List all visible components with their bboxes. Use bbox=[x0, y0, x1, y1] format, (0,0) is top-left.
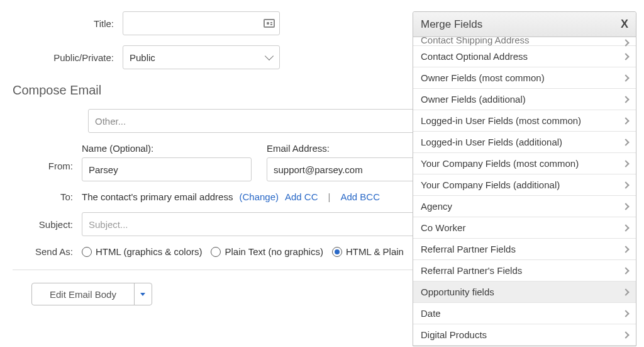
merge-field-item[interactable]: Your Company Fields (additional) bbox=[413, 174, 636, 196]
chevron-right-icon bbox=[622, 53, 629, 60]
name-optional-label: Name (Optional): bbox=[82, 143, 252, 154]
edit-email-body-label: Edit Email Body bbox=[32, 283, 134, 305]
merge-field-item[interactable]: Date bbox=[413, 303, 636, 324]
subject-input[interactable] bbox=[82, 212, 440, 236]
public-private-select[interactable]: Public bbox=[123, 45, 280, 69]
merge-field-item[interactable]: Opportunity fields bbox=[413, 282, 636, 303]
chevron-right-icon bbox=[622, 267, 629, 274]
chevron-right-icon bbox=[622, 288, 629, 295]
chevron-right-icon bbox=[622, 117, 629, 124]
merge-field-item[interactable]: Contact Optional Address bbox=[413, 46, 636, 67]
title-label: Title: bbox=[13, 18, 123, 29]
merge-field-label: Your Company Fields (additional) bbox=[421, 179, 560, 190]
sendas-both-radio[interactable]: HTML & Plain bbox=[332, 246, 404, 257]
merge-field-item[interactable]: Agency bbox=[413, 196, 636, 217]
chevron-right-icon bbox=[622, 181, 629, 188]
chevron-right-icon bbox=[622, 331, 629, 338]
merge-field-item[interactable]: Contact Shipping Address bbox=[413, 37, 636, 46]
merge-field-label: Contact Shipping Address bbox=[421, 37, 530, 45]
divider: | bbox=[325, 191, 335, 202]
merge-field-label: Co Worker bbox=[421, 222, 465, 233]
subject-label: Subject: bbox=[13, 219, 82, 230]
chevron-right-icon bbox=[622, 139, 629, 145]
add-cc-link[interactable]: Add CC bbox=[285, 191, 318, 202]
sendas-html-label: HTML (graphics & colors) bbox=[96, 246, 202, 257]
merge-field-label: Opportunity fields bbox=[421, 287, 494, 297]
email-address-label: Email Address: bbox=[267, 143, 436, 154]
chevron-right-icon bbox=[622, 246, 629, 253]
sendas-plain-label: Plain Text (no graphics) bbox=[225, 246, 323, 257]
merge-fields-panel: Merge Fields X Contact Shipping AddressC… bbox=[413, 11, 636, 346]
merge-field-label: Logged-in User Fields (additional) bbox=[421, 137, 562, 147]
chevron-right-icon bbox=[622, 203, 629, 210]
triangle-down-icon bbox=[140, 293, 145, 296]
from-name-input[interactable] bbox=[82, 157, 252, 181]
divider-line bbox=[13, 270, 440, 270]
sendas-plain-radio[interactable]: Plain Text (no graphics) bbox=[211, 246, 323, 257]
merge-field-label: Referral Partner's Fields bbox=[421, 265, 522, 276]
merge-fields-list: Contact Shipping AddressContact Optional… bbox=[413, 37, 636, 346]
chevron-right-icon bbox=[622, 74, 629, 81]
radio-icon bbox=[211, 247, 221, 257]
merge-field-label: Referral Partner Fields bbox=[421, 244, 516, 254]
sendas-both-label: HTML & Plain bbox=[346, 246, 404, 257]
radio-icon bbox=[332, 247, 342, 257]
merge-field-label: Digital Products bbox=[421, 329, 487, 340]
change-link[interactable]: (Change) bbox=[239, 191, 279, 202]
merge-field-item[interactable]: Digital Products bbox=[413, 324, 636, 346]
merge-field-item[interactable]: Owner Fields (most common) bbox=[413, 67, 636, 89]
merge-field-item[interactable]: Referral Partner Fields bbox=[413, 239, 636, 260]
merge-field-label: Owner Fields (additional) bbox=[421, 94, 526, 105]
merge-field-item[interactable]: Logged-in User Fields (additional) bbox=[413, 132, 636, 153]
merge-fields-title: Merge Fields bbox=[421, 18, 482, 31]
sendas-html-radio[interactable]: HTML (graphics & colors) bbox=[82, 246, 202, 257]
merge-field-item[interactable]: Your Company Fields (most common) bbox=[413, 153, 636, 174]
chevron-right-icon bbox=[622, 224, 629, 231]
sendas-label: Send As: bbox=[13, 246, 82, 257]
id-card-icon bbox=[264, 19, 275, 28]
merge-field-label: Contact Optional Address bbox=[421, 51, 528, 62]
merge-field-item[interactable]: Owner Fields (additional) bbox=[413, 89, 636, 110]
chevron-right-icon bbox=[622, 310, 629, 317]
add-bcc-link[interactable]: Add BCC bbox=[340, 191, 380, 202]
merge-field-item[interactable]: Co Worker bbox=[413, 217, 636, 239]
from-label: From: bbox=[13, 143, 82, 171]
from-email-input[interactable] bbox=[267, 157, 436, 181]
merge-field-label: Date bbox=[421, 308, 441, 319]
other-select[interactable]: Other... bbox=[88, 109, 440, 133]
title-input[interactable] bbox=[123, 11, 280, 35]
merge-field-item[interactable]: Logged-in User Fields (most common) bbox=[413, 110, 636, 132]
chevron-right-icon bbox=[622, 39, 629, 46]
compose-email-heading: Compose Email bbox=[13, 83, 440, 98]
public-private-value: Public bbox=[130, 52, 155, 63]
merge-fields-header: Merge Fields X bbox=[413, 12, 636, 37]
chevron-right-icon bbox=[622, 96, 629, 103]
to-value: The contact's primary email address bbox=[82, 191, 233, 202]
radio-icon bbox=[82, 247, 92, 257]
edit-email-body-dropdown[interactable] bbox=[134, 283, 152, 305]
edit-email-body-button[interactable]: Edit Email Body bbox=[31, 283, 152, 305]
to-label: To: bbox=[13, 191, 82, 202]
merge-field-label: Your Company Fields (most common) bbox=[421, 158, 579, 169]
other-select-value: Other... bbox=[95, 116, 126, 127]
merge-field-label: Agency bbox=[421, 201, 452, 212]
merge-field-item[interactable]: Referral Partner's Fields bbox=[413, 260, 636, 282]
merge-field-label: Owner Fields (most common) bbox=[421, 72, 545, 83]
chevron-right-icon bbox=[622, 160, 629, 167]
close-icon[interactable]: X bbox=[621, 18, 628, 31]
public-private-label: Public/Private: bbox=[13, 52, 123, 63]
merge-field-label: Logged-in User Fields (most common) bbox=[421, 115, 581, 126]
